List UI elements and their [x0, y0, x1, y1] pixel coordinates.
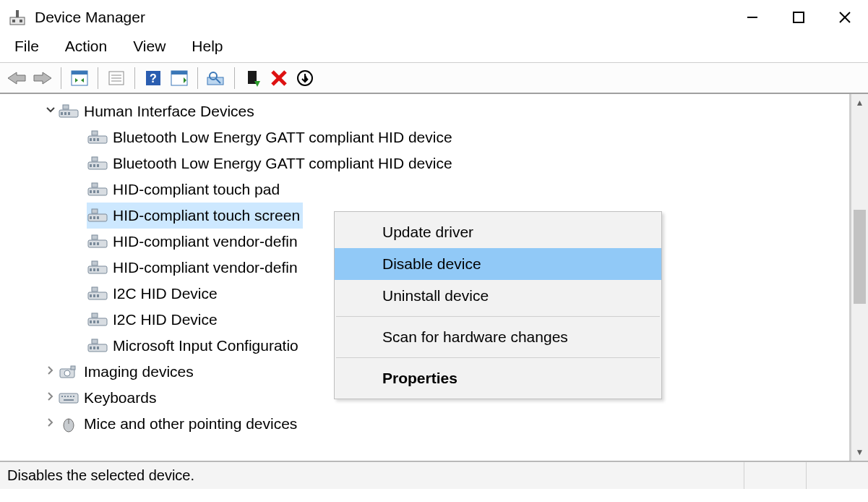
context-menu-update-driver[interactable]: Update driver [335, 216, 661, 248]
menu-view[interactable]: View [133, 38, 166, 55]
menu-action[interactable]: Action [65, 38, 107, 55]
svg-rect-64 [90, 268, 92, 271]
context-menu-separator [336, 357, 660, 358]
chevron-right-icon[interactable] [43, 391, 58, 404]
tree-category-mice[interactable]: Mice and other pointing devices [0, 411, 849, 437]
chevron-down-icon[interactable] [43, 105, 58, 118]
svg-rect-60 [93, 242, 95, 245]
minimize-button[interactable] [729, 0, 775, 35]
svg-rect-65 [93, 268, 95, 271]
toolbar: ? [0, 62, 868, 94]
hid-device-icon [87, 207, 108, 224]
uninstall-device-button[interactable] [267, 66, 291, 90]
svg-rect-51 [97, 190, 99, 193]
svg-rect-40 [93, 138, 95, 141]
chevron-right-icon[interactable] [43, 417, 58, 430]
context-menu-label: Update driver [382, 224, 473, 241]
svg-rect-77 [92, 313, 98, 318]
svg-rect-89 [67, 396, 69, 397]
menu-file[interactable]: File [14, 38, 39, 55]
forward-button[interactable] [30, 66, 55, 90]
svg-rect-59 [90, 242, 92, 245]
hid-device-icon [87, 337, 108, 354]
context-menu-label: Uninstall device [382, 287, 489, 305]
hid-device-icon [87, 311, 108, 328]
tree-category-label: Mice and other pointing devices [84, 415, 297, 433]
titlebar: Device Manager [0, 0, 868, 35]
menu-help[interactable]: Help [192, 38, 223, 55]
back-button[interactable] [4, 66, 29, 90]
scroll-up-arrow-icon[interactable]: ▲ [851, 94, 868, 111]
svg-rect-88 [64, 396, 66, 397]
disable-device-button[interactable] [293, 66, 317, 90]
context-menu-uninstall-device[interactable]: Uninstall device [335, 280, 661, 312]
svg-rect-5 [794, 12, 804, 22]
svg-rect-35 [64, 112, 66, 115]
app-icon [7, 7, 27, 27]
svg-rect-62 [92, 235, 98, 239]
tree-device-label: HID-compliant touch screen [113, 207, 300, 224]
svg-rect-70 [93, 294, 95, 297]
update-driver-button[interactable] [204, 66, 228, 90]
scroll-down-arrow-icon[interactable]: ▼ [851, 443, 868, 461]
hid-device-icon [87, 233, 108, 250]
svg-rect-86 [59, 393, 78, 403]
help-button[interactable]: ? [141, 66, 166, 90]
svg-rect-46 [97, 164, 99, 167]
svg-rect-67 [92, 261, 98, 265]
svg-rect-44 [90, 164, 92, 167]
close-button[interactable] [822, 0, 868, 35]
tree-category-hid[interactable]: Human Interface Devices [0, 98, 849, 124]
maximize-button[interactable] [775, 0, 822, 35]
tree-device[interactable]: Bluetooth Low Energy GATT compliant HID … [0, 124, 849, 150]
scrollbar-thumb[interactable] [854, 210, 866, 304]
context-menu-disable-device[interactable]: Disable device [335, 248, 661, 280]
tree-category-label: Human Interface Devices [84, 103, 254, 120]
svg-rect-82 [92, 339, 98, 344]
keyboard-icon [58, 389, 80, 407]
toolbar-separator [61, 67, 61, 89]
tree-device-label: Bluetooth Low Energy GATT compliant HID … [113, 155, 452, 172]
svg-rect-41 [97, 138, 99, 141]
toolbar-separator [134, 67, 135, 89]
show-hide-console-tree-button[interactable] [67, 66, 92, 90]
svg-rect-71 [97, 294, 99, 297]
tree-device[interactable]: Bluetooth Low Energy GATT compliant HID … [0, 150, 849, 176]
toolbar-separator [98, 67, 98, 89]
scan-hardware-button[interactable] [167, 66, 192, 90]
menubar: File Action View Help [0, 35, 868, 62]
tree-device-label: I2C HID Device [113, 311, 218, 328]
vertical-scrollbar[interactable]: ▲ ▼ [851, 94, 868, 461]
hid-device-icon [87, 285, 108, 302]
hid-category-icon [58, 103, 80, 120]
svg-rect-90 [70, 396, 72, 397]
svg-rect-50 [93, 190, 95, 193]
svg-rect-76 [97, 320, 99, 323]
tree-device-label: Bluetooth Low Energy GATT compliant HID … [113, 129, 452, 146]
tree-device-label: Microsoft Input Configuratio [113, 337, 298, 354]
svg-rect-3 [20, 20, 22, 22]
toolbar-separator [197, 67, 198, 89]
tree-device-label: HID-compliant touch pad [113, 181, 280, 198]
svg-rect-85 [71, 366, 75, 370]
svg-rect-69 [90, 294, 92, 297]
svg-marker-8 [8, 72, 25, 84]
context-menu-scan-hardware[interactable]: Scan for hardware changes [335, 321, 661, 353]
properties-button[interactable] [104, 66, 129, 90]
tree-device-label: HID-compliant vendor-defin [113, 233, 298, 250]
context-menu-properties[interactable]: Properties [335, 362, 661, 394]
svg-point-84 [64, 370, 70, 376]
svg-rect-34 [61, 112, 63, 115]
enable-device-button[interactable] [241, 66, 265, 90]
hid-device-icon [87, 129, 108, 146]
tree-category-label: Keyboards [84, 389, 156, 407]
chevron-right-icon[interactable] [43, 365, 58, 378]
tree-device[interactable]: HID-compliant touch pad [0, 176, 849, 203]
svg-rect-52 [92, 183, 98, 187]
statusbar: Disables the selected device. [0, 461, 868, 489]
svg-rect-1 [16, 10, 19, 17]
svg-rect-49 [90, 190, 92, 193]
context-menu-separator [336, 316, 660, 317]
toolbar-separator [234, 67, 235, 89]
device-tree-container: Human Interface Devices Bluetooth Low En… [0, 94, 868, 461]
